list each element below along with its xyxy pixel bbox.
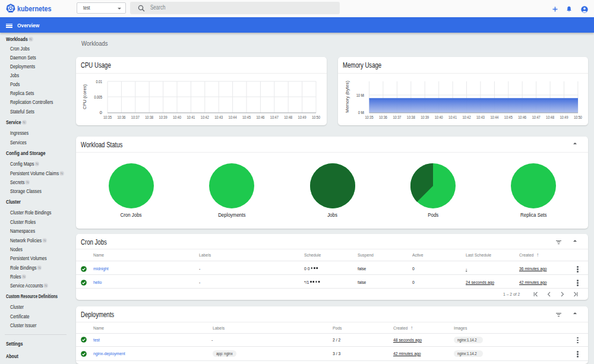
svg-text:10:35: 10:35 [103,115,112,120]
svg-text:10:39: 10:39 [159,115,168,120]
svg-text:10:41: 10:41 [448,115,457,120]
svg-text:10:42: 10:42 [201,115,209,120]
svg-text:10:44: 10:44 [229,115,237,120]
svg-text:10:39: 10:39 [421,115,429,120]
svg-text:CPU (cores): CPU (cores) [82,84,87,109]
svg-text:10:40: 10:40 [173,115,181,120]
svg-text:10:49: 10:49 [298,115,307,120]
svg-text:10:48: 10:48 [284,115,292,120]
svg-text:10:36: 10:36 [379,115,387,120]
svg-text:10:38: 10:38 [145,115,153,120]
svg-text:10:42: 10:42 [463,115,471,120]
svg-text:10:47: 10:47 [270,115,279,120]
svg-text:10:35: 10:35 [365,115,374,120]
svg-text:0 Mi: 0 Mi [358,110,364,115]
svg-text:10:37: 10:37 [131,115,140,120]
svg-text:10:46: 10:46 [256,115,264,120]
svg-text:10:37: 10:37 [393,115,401,120]
svg-text:Memory (bytes): Memory (bytes) [345,81,350,113]
svg-text:10:43: 10:43 [214,115,223,120]
svg-text:10:45: 10:45 [242,115,251,120]
svg-text:0: 0 [100,110,102,115]
svg-text:10:36: 10:36 [117,115,125,120]
svg-text:10:49: 10:49 [560,115,568,120]
svg-text:10:50: 10:50 [312,115,320,120]
svg-text:10:50: 10:50 [574,115,582,120]
svg-text:0.01: 0.01 [96,79,103,84]
svg-text:10:45: 10:45 [504,115,513,120]
svg-text:10:47: 10:47 [532,115,541,120]
svg-text:10:38: 10:38 [407,115,415,120]
svg-text:0.005: 0.005 [94,94,103,100]
svg-text:10:41: 10:41 [187,115,195,120]
svg-text:10:46: 10:46 [518,115,526,120]
svg-text:10 Mi: 10 Mi [356,93,364,98]
svg-text:10:44: 10:44 [490,115,498,120]
svg-text:10:43: 10:43 [476,115,485,120]
svg-text:10:48: 10:48 [546,115,554,120]
svg-text:10:40: 10:40 [435,115,443,120]
